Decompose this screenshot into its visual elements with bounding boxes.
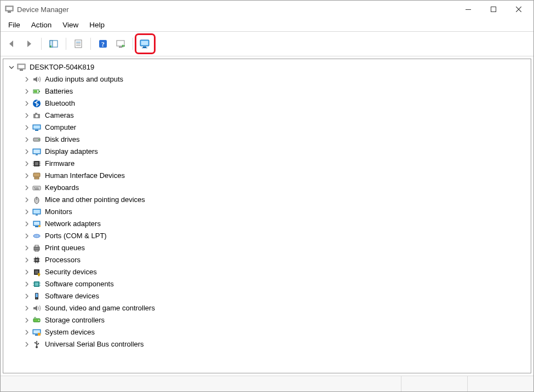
toolbar-help-button[interactable]: ? (95, 36, 111, 51)
tree-category-row[interactable]: Audio inputs and outputs (3, 73, 531, 85)
chevron-right-icon[interactable] (23, 328, 31, 336)
tree-category-label: Monitors (44, 206, 73, 218)
chevron-right-icon[interactable] (23, 76, 31, 83)
tree-category-row[interactable]: Ports (COM & LPT) (3, 230, 531, 242)
svg-rect-27 (34, 90, 37, 93)
tree-category-row[interactable]: Display adapters (3, 146, 531, 158)
tree-category-row[interactable]: Processors (3, 254, 531, 266)
tree-category-row[interactable]: Universal Serial Bus controllers (3, 338, 531, 350)
tree-pane[interactable]: DESKTOP-504K819 Audio inputs and outputs… (3, 59, 531, 373)
firmware-icon (32, 159, 42, 169)
chevron-right-icon[interactable] (23, 148, 31, 155)
status-segment (467, 376, 533, 391)
mouse-icon (32, 195, 42, 205)
toolbar: ? (1, 32, 533, 56)
chevron-right-icon[interactable] (23, 292, 31, 300)
tree-category-row[interactable]: Software devices (3, 290, 531, 302)
menu-file[interactable]: File (3, 18, 26, 31)
svg-point-101 (35, 342, 36, 343)
tree-category-label: Processors (44, 254, 82, 266)
tree-category-row[interactable]: Human Interface Devices (3, 170, 531, 182)
chevron-right-icon[interactable] (23, 172, 31, 180)
tree-category-row[interactable]: Bluetooth (3, 97, 531, 109)
chevron-right-icon[interactable] (23, 244, 31, 252)
chevron-right-icon[interactable] (23, 316, 31, 324)
tree-category-row[interactable]: System devices (3, 326, 531, 338)
device-tree: DESKTOP-504K819 Audio inputs and outputs… (3, 59, 531, 353)
toolbar-console-tree-button[interactable] (46, 36, 61, 51)
svg-rect-21 (142, 48, 147, 48)
tree-category-row[interactable]: Firmware (3, 158, 531, 170)
menu-view[interactable]: View (57, 18, 84, 31)
tree-category-row[interactable]: Security devices (3, 266, 531, 278)
svg-text:?: ? (101, 41, 105, 48)
svg-rect-72 (36, 259, 38, 261)
toolbar-forward-button[interactable] (21, 36, 37, 51)
tree-category-row[interactable]: Disk drives (3, 134, 531, 146)
tree-category-row[interactable]: Cameras (3, 109, 531, 122)
chevron-right-icon[interactable] (23, 196, 31, 204)
chevron-right-icon[interactable] (23, 136, 31, 143)
chevron-right-icon[interactable] (23, 124, 31, 131)
tree-category-row[interactable]: Sound, video and game controllers (3, 302, 531, 314)
chevron-right-icon[interactable] (23, 112, 31, 119)
chevron-right-icon[interactable] (23, 268, 31, 276)
chevron-right-icon[interactable] (23, 88, 31, 95)
toolbar-properties-button[interactable] (71, 36, 86, 51)
chevron-right-icon[interactable] (23, 341, 31, 348)
svg-rect-39 (36, 154, 38, 155)
svg-rect-48 (33, 173, 40, 177)
svg-rect-20 (143, 47, 146, 48)
chevron-right-icon[interactable] (23, 184, 31, 192)
tree-category-row[interactable]: Software components (3, 278, 531, 290)
minimize-button[interactable] (456, 1, 481, 18)
chevron-right-icon[interactable] (23, 256, 31, 264)
tree-category-label: Keyboards (44, 182, 80, 194)
svg-rect-58 (33, 210, 40, 214)
tree-category-row[interactable]: Keyboards (3, 182, 531, 194)
svg-point-67 (38, 235, 39, 237)
tree-category-row[interactable]: Monitors (3, 206, 531, 218)
svg-rect-52 (36, 187, 37, 188)
chevron-down-icon[interactable] (8, 64, 15, 71)
close-button[interactable] (506, 1, 531, 18)
maximize-button[interactable] (481, 1, 506, 18)
svg-marker-103 (36, 341, 38, 342)
chevron-right-icon[interactable] (23, 160, 31, 168)
svg-point-66 (36, 235, 37, 237)
chevron-right-icon[interactable] (23, 280, 31, 288)
tree-category-row[interactable]: Network adapters (3, 218, 531, 230)
tree-category-row[interactable]: Storage controllers (3, 314, 531, 326)
chevron-right-icon[interactable] (23, 208, 31, 216)
computer-icon (32, 123, 42, 132)
tree-category-row[interactable]: Computer (3, 122, 531, 134)
tree-category-label: Cameras (44, 109, 75, 122)
tree-category-row[interactable]: Mice and other pointing devices (3, 194, 531, 206)
chevron-right-icon[interactable] (23, 232, 31, 240)
tree-category-label: System devices (44, 326, 96, 338)
toolbar-add-legacy-hardware-button[interactable] (137, 36, 153, 51)
chevron-right-icon[interactable] (23, 304, 31, 312)
tree-category-label: Human Interface Devices (44, 170, 126, 182)
svg-rect-24 (20, 70, 23, 71)
svg-rect-53 (37, 187, 38, 188)
disk-icon (32, 135, 42, 145)
toolbar-scan-hardware-button[interactable] (113, 36, 128, 51)
svg-point-92 (36, 298, 37, 299)
tree-category-label: Software components (44, 278, 115, 290)
tree-root-row[interactable]: DESKTOP-504K819 (3, 61, 531, 73)
svg-rect-70 (35, 250, 38, 251)
svg-rect-1 (7, 7, 12, 10)
tree-category-row[interactable]: Batteries (3, 85, 531, 97)
menu-help[interactable]: Help (84, 18, 110, 31)
chevron-right-icon[interactable] (23, 220, 31, 228)
svg-rect-38 (33, 149, 40, 153)
tree-category-label: Ports (COM & LPT) (44, 230, 108, 242)
chevron-right-icon[interactable] (23, 100, 31, 107)
toolbar-back-button[interactable] (4, 36, 19, 51)
tree-category-row[interactable]: Print queues (3, 242, 531, 254)
svg-rect-59 (36, 215, 38, 216)
menu-action[interactable]: Action (26, 18, 58, 31)
svg-rect-17 (123, 45, 125, 47)
tree-category-label: Universal Serial Bus controllers (44, 338, 145, 350)
